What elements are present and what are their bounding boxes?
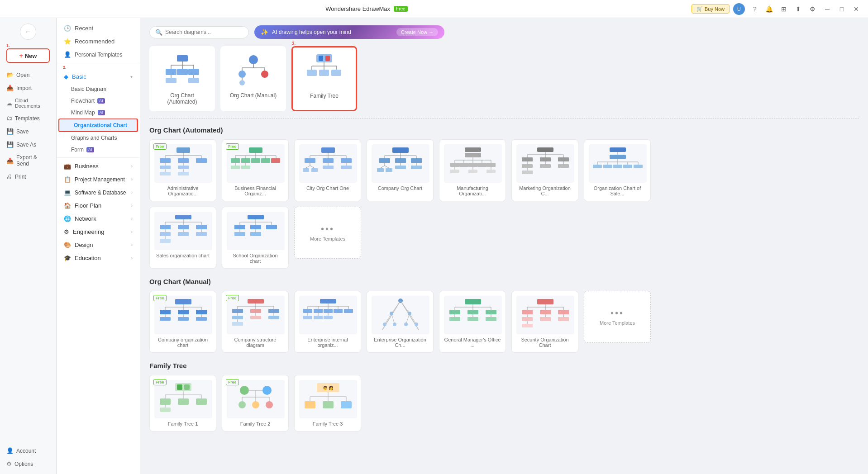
ai-create-button[interactable]: Create Now → — [396, 28, 438, 36]
nav-section-project[interactable]: 📋 Project Management › — [57, 173, 140, 186]
card-family-tree-2[interactable]: Free Fami — [222, 375, 289, 431]
svg-rect-150 — [593, 165, 602, 168]
nav-form[interactable]: Form AI — [57, 144, 140, 156]
family-tree-grid: Free — [149, 375, 859, 431]
city-org-label: City Org Chart One — [299, 185, 356, 191]
step2-label: 2. — [63, 65, 140, 70]
security-org-label: Security Organization Chart — [516, 337, 573, 348]
close-button[interactable]: ✕ — [850, 3, 863, 15]
card-city-org[interactable]: City Org Chart One — [294, 139, 361, 201]
card-company-org[interactable]: Company Org Chart — [367, 139, 434, 201]
help-icon[interactable]: ? — [749, 3, 761, 15]
card-school-org[interactable]: School Organization chart — [222, 207, 289, 269]
avatar[interactable]: U — [733, 3, 745, 15]
nav-section-business[interactable]: 💼 Business › — [57, 160, 140, 173]
top-template-row: Org Chart (Automated) — [149, 46, 859, 111]
svg-point-304 — [238, 401, 246, 408]
ai-bar[interactable]: ✨ AI drawing helps open your mind Create… — [254, 25, 444, 39]
bell-icon[interactable]: 🔔 — [763, 3, 776, 15]
family-tree-3-label: Family Tree 3 — [299, 421, 356, 427]
more-templates-manual-label: More Templates — [600, 320, 635, 326]
org-automated-thumb — [157, 52, 207, 89]
svg-rect-64 — [231, 166, 240, 169]
nav-flowchart[interactable]: Flowchart AI — [57, 95, 140, 107]
nav-section-education[interactable]: 🎓 Education › — [57, 251, 140, 265]
card-family-tree-3[interactable]: 👨 👩 Family Tree 3 — [294, 375, 361, 431]
share-icon[interactable]: ⬆ — [792, 3, 805, 15]
sidebar-item-account[interactable]: 👤 Account — [2, 445, 54, 457]
minimize-button[interactable]: ─ — [821, 3, 834, 15]
nav-recommended[interactable]: ⭐ Recommended — [57, 35, 140, 48]
nav-section-software[interactable]: 💻 Software & Database › — [57, 186, 140, 199]
svg-rect-58 — [231, 158, 240, 163]
svg-rect-316 — [341, 401, 352, 408]
sidebar-item-options[interactable]: ⚙ Options — [2, 458, 54, 470]
open-icon: 📂 — [6, 71, 14, 78]
sidebar-item-saveas[interactable]: 💾 Save As — [2, 138, 54, 151]
sidebar-item-templates[interactable]: 🗂 Templates — [2, 112, 54, 124]
org-manual-label: Org Chart (Manual) — [227, 92, 280, 99]
svg-rect-199 — [196, 317, 207, 321]
nav-mind-map[interactable]: Mind Map AI — [57, 107, 140, 118]
basic-icon: ◆ — [64, 73, 68, 80]
nav-section-design[interactable]: 🎨 Design › — [57, 238, 140, 251]
search-input[interactable] — [165, 29, 242, 35]
svg-rect-193 — [196, 310, 207, 314]
nav-section-network[interactable]: 🌐 Network › — [57, 212, 140, 225]
nav-org-chart[interactable]: Organizational Chart — [58, 118, 138, 132]
more-templates-auto[interactable]: ••• More Templates — [294, 207, 361, 259]
card-sale-org[interactable]: Organization Chart of Sale... — [584, 139, 651, 201]
svg-rect-180 — [266, 225, 277, 229]
new-button[interactable]: + New — [6, 48, 50, 63]
svg-rect-231 — [303, 316, 312, 319]
card-gm-office[interactable]: General Manager's Office ... — [439, 291, 506, 353]
sidebar-item-export[interactable]: 📤 Export & Send — [2, 152, 54, 170]
nav-section-engineering[interactable]: ⚙ Engineering › — [57, 225, 140, 238]
biz-fin-thumb — [227, 144, 285, 183]
enterprise-internal-label: Enterprise internal organiz... — [299, 337, 356, 348]
card-biz-fin[interactable]: Free — [222, 139, 289, 201]
nav-personal-templates[interactable]: 👤 Personal Templates — [57, 48, 140, 61]
svg-rect-228 — [334, 309, 343, 313]
cloud-icon: ☁ — [6, 100, 12, 107]
template-org-manual[interactable]: Org Chart (Manual) — [220, 46, 286, 111]
nav-recent[interactable]: 🕒 Recent — [57, 22, 140, 35]
svg-rect-314 — [305, 401, 315, 408]
card-company-org-chart[interactable]: Free — [149, 291, 216, 353]
svg-rect-167 — [160, 239, 171, 243]
card-family-tree-1[interactable]: Free — [149, 375, 216, 431]
svg-point-18 — [238, 71, 246, 78]
more-dots-manual-icon: ••• — [610, 308, 624, 318]
nav-basic-diagram[interactable]: Basic Diagram — [57, 83, 140, 95]
card-admin-org[interactable]: Free — [149, 139, 216, 201]
card-mkt-org[interactable]: Marketing Organization C... — [511, 139, 578, 201]
nav-section-floor[interactable]: 🏠 Floor Plan › — [57, 199, 140, 212]
nav-graphs[interactable]: Graphs and Charts — [57, 132, 140, 144]
card-security-org[interactable]: Security Organization Chart — [511, 291, 578, 353]
sidebar-item-import[interactable]: 📥 Import — [2, 82, 54, 94]
card-company-struct[interactable]: Free — [222, 291, 289, 353]
sidebar-item-open[interactable]: 📂 Open — [2, 69, 54, 81]
back-button[interactable]: ← — [20, 24, 36, 40]
sidebar-item-save[interactable]: 💾 Save — [2, 125, 54, 137]
network-chevron: › — [131, 216, 133, 221]
sidebar-item-print[interactable]: 🖨 Print — [2, 171, 54, 183]
template-family-tree[interactable]: 3. Family — [291, 46, 357, 111]
grid-icon[interactable]: ⊞ — [777, 3, 790, 15]
buy-now-button[interactable]: 🛒 Buy Now — [692, 4, 730, 14]
card-mfg-org[interactable]: Manufacturing Organizati... — [439, 139, 506, 201]
settings-icon[interactable]: ⚙ — [806, 3, 819, 15]
template-org-automated[interactable]: Org Chart (Automated) — [149, 46, 215, 111]
sidebar-item-cloud[interactable]: ☁ Cloud Documents — [2, 95, 54, 111]
maximize-button[interactable]: □ — [835, 3, 848, 15]
svg-rect-91 — [379, 158, 390, 163]
nav-section-basic[interactable]: ◆ Basic ▾ — [57, 70, 140, 83]
personal-icon: 👤 — [64, 51, 71, 58]
network-icon: 🌐 — [64, 215, 71, 222]
more-templates-manual[interactable]: ••• More Templates — [584, 291, 651, 343]
card-enterprise-internal[interactable]: Enterprise internal organiz... — [294, 291, 361, 353]
print-icon: 🖨 — [6, 173, 12, 180]
card-enterprise-org[interactable]: Enterprise Organization Ch... — [367, 291, 434, 353]
card-sales-org-chart[interactable]: Sales organization chart — [149, 207, 216, 269]
admin-org-thumb — [154, 144, 212, 183]
